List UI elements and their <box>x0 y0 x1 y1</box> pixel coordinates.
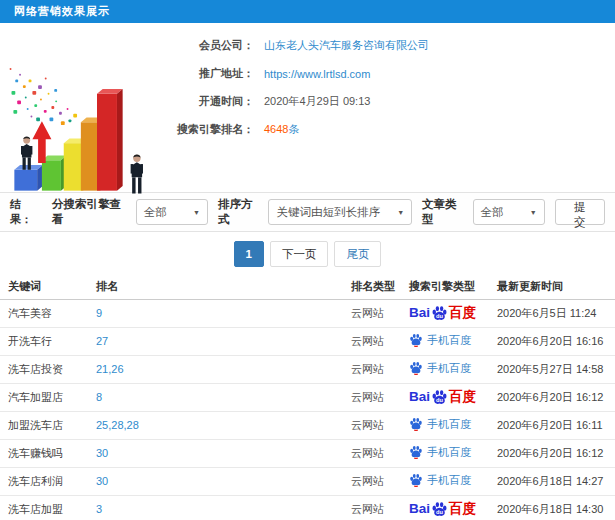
mobile-baidu-logo: 手机百度 <box>409 333 471 347</box>
engine-select-value: 全部 <box>144 205 167 220</box>
table-row: 汽车美容9云网站Baidu百度2020年6月5日 11:24 <box>0 299 615 327</box>
rank-type-cell: 云网站 <box>347 467 405 495</box>
baidu-paw-icon <box>409 417 423 431</box>
rank-header: 排名 <box>92 274 347 299</box>
rank-type-cell: 云网站 <box>347 383 405 411</box>
baidu-paw-icon <box>409 333 423 347</box>
sort-select[interactable]: 关键词由短到长排序 ▼ <box>268 199 412 225</box>
keyword-header: 关键词 <box>0 274 92 299</box>
next-page-button[interactable]: 下一页 <box>270 241 329 267</box>
table-row: 洗车赚钱吗30云网站手机百度2020年6月20日 16:12 <box>0 439 615 467</box>
last-page-button[interactable]: 尾页 <box>334 241 381 267</box>
engine-cell: 手机百度 <box>405 327 493 355</box>
article-type-select-value: 全部 <box>481 205 504 220</box>
rank-type-cell: 云网站 <box>347 439 405 467</box>
rank-cell[interactable]: 8 <box>92 383 347 411</box>
info-row-open-time: 开通时间： 2020年4月29日 09:13 <box>162 95 615 108</box>
page-header: 网络营销效果展示 <box>0 0 615 23</box>
engine-cell: 手机百度 <box>405 467 493 495</box>
keyword-cell: 开洗车行 <box>0 327 92 355</box>
baidu-paw-icon: du <box>431 305 448 322</box>
info-row-company: 会员公司： 山东老人头汽车服务咨询有限公司 <box>162 39 615 52</box>
rank-cell[interactable]: 30 <box>92 467 347 495</box>
company-name-link[interactable]: 山东老人头汽车服务咨询有限公司 <box>264 38 429 53</box>
results-table: 关键词 排名 排名类型 搜索引擎类型 最新更新时间 汽车美容9云网站Baidu百… <box>0 274 615 520</box>
rank-cell[interactable]: 30 <box>92 439 347 467</box>
pagination: 1 下一页 尾页 <box>0 241 615 267</box>
svg-text:du: du <box>436 509 443 515</box>
article-type-label: 文章类型 <box>422 197 467 227</box>
engine-type-header: 搜索引擎类型 <box>405 274 493 299</box>
table-row: 洗车店投资21,26云网站手机百度2020年5月27日 14:58 <box>0 355 615 383</box>
baidu-logo: Baidu百度 <box>409 305 476 322</box>
baidu-logo: Baidu百度 <box>409 501 476 518</box>
rank-type-header: 排名类型 <box>347 274 405 299</box>
rank-cell[interactable]: 9 <box>92 299 347 327</box>
rank-cell[interactable]: 3 <box>92 495 347 520</box>
rank-cell[interactable]: 27 <box>92 327 347 355</box>
svg-text:du: du <box>436 397 443 403</box>
time-cell: 2020年5月27日 14:58 <box>493 355 615 383</box>
bar-chart-illustration <box>2 51 154 203</box>
rank-type-cell: 云网站 <box>347 411 405 439</box>
keyword-cell: 汽车加盟店 <box>0 383 92 411</box>
promo-url-label: 推广地址： <box>162 66 254 81</box>
rank-type-cell: 云网站 <box>347 327 405 355</box>
mobile-baidu-logo: 手机百度 <box>409 361 471 375</box>
rank-cell[interactable]: 21,26 <box>92 355 347 383</box>
time-cell: 2020年6月20日 16:16 <box>493 327 615 355</box>
businessman-figure-right <box>131 155 143 194</box>
businessman-figure-left <box>21 137 32 170</box>
chevron-down-icon: ▼ <box>530 209 537 216</box>
table-header-row: 关键词 排名 排名类型 搜索引擎类型 最新更新时间 <box>0 274 615 299</box>
page-title: 网络营销效果展示 <box>14 5 110 17</box>
engine-cell: Baidu百度 <box>405 495 493 520</box>
engine-cell: Baidu百度 <box>405 299 493 327</box>
mobile-baidu-logo: 手机百度 <box>409 417 471 431</box>
time-cell: 2020年6月5日 11:24 <box>493 299 615 327</box>
svg-text:du: du <box>436 313 443 319</box>
baidu-logo: Baidu百度 <box>409 389 476 406</box>
company-label: 会员公司： <box>162 38 254 53</box>
time-cell: 2020年6月18日 14:30 <box>493 495 615 520</box>
sort-filter-label: 排序方式 <box>218 197 263 227</box>
submit-button[interactable]: 提交 <box>555 199 605 225</box>
time-cell: 2020年6月20日 16:11 <box>493 411 615 439</box>
update-time-header: 最新更新时间 <box>493 274 615 299</box>
ranking-count-value: 4648 <box>264 123 288 135</box>
keyword-cell: 洗车赚钱吗 <box>0 439 92 467</box>
baidu-paw-icon <box>409 361 423 375</box>
time-cell: 2020年6月20日 16:12 <box>493 383 615 411</box>
promo-url-link[interactable]: https://www.lrtlsd.com <box>264 68 370 80</box>
company-info: 会员公司： 山东老人头汽车服务咨询有限公司 推广地址： https://www.… <box>162 23 615 136</box>
rank-type-cell: 云网站 <box>347 495 405 520</box>
table-row: 汽车加盟店8云网站Baidu百度2020年6月20日 16:12 <box>0 383 615 411</box>
table-row: 开洗车行27云网站手机百度2020年6月20日 16:16 <box>0 327 615 355</box>
mobile-baidu-logo: 手机百度 <box>409 473 471 487</box>
open-time-label: 开通时间： <box>162 94 254 109</box>
info-row-url: 推广地址： https://www.lrtlsd.com <box>162 67 615 80</box>
sort-select-value: 关键词由短到长排序 <box>276 205 380 220</box>
keyword-cell: 汽车美容 <box>0 299 92 327</box>
ranking-count-unit: 条 <box>288 123 299 135</box>
baidu-paw-icon: du <box>431 501 448 518</box>
baidu-paw-icon <box>409 473 423 487</box>
results-table-body: 汽车美容9云网站Baidu百度2020年6月5日 11:24开洗车行27云网站手… <box>0 299 615 520</box>
table-row: 洗车店利润30云网站手机百度2020年6月18日 14:27 <box>0 467 615 495</box>
keyword-cell: 洗车店加盟 <box>0 495 92 520</box>
mobile-baidu-logo: 手机百度 <box>409 445 471 459</box>
ranking-count-label: 搜索引擎排名： <box>162 122 254 137</box>
time-cell: 2020年6月20日 16:12 <box>493 439 615 467</box>
chevron-down-icon: ▼ <box>193 209 200 216</box>
keyword-cell: 洗车店投资 <box>0 355 92 383</box>
baidu-paw-icon <box>409 445 423 459</box>
article-type-select[interactable]: 全部 ▼ <box>473 199 545 225</box>
rank-type-cell: 云网站 <box>347 299 405 327</box>
open-time-value: 2020年4月29日 09:13 <box>264 94 370 109</box>
info-row-ranking-count: 搜索引擎排名： 4648条 <box>162 123 615 136</box>
rank-cell[interactable]: 25,28,28 <box>92 411 347 439</box>
engine-cell: Baidu百度 <box>405 383 493 411</box>
engine-cell: 手机百度 <box>405 411 493 439</box>
table-row: 洗车店加盟3云网站Baidu百度2020年6月18日 14:30 <box>0 495 615 520</box>
page-1-button[interactable]: 1 <box>234 241 264 267</box>
